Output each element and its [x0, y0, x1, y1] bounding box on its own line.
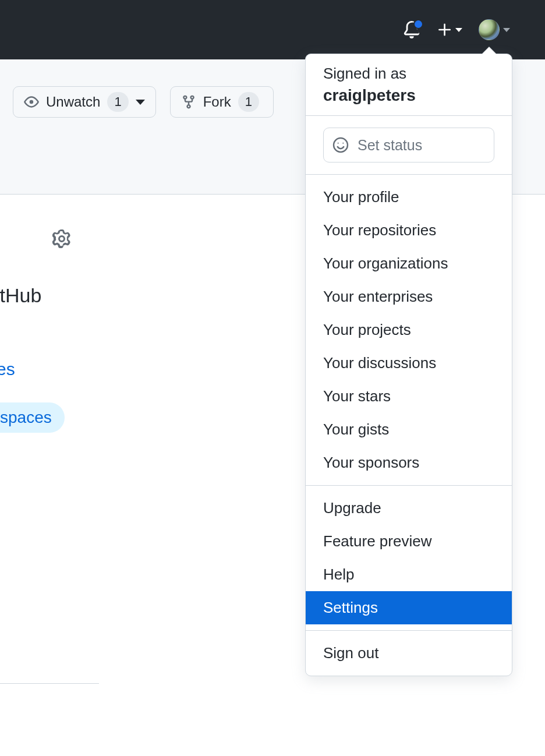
avatar [479, 19, 500, 40]
signed-in-username: craiglpeters [323, 86, 494, 105]
create-new-button[interactable] [437, 22, 462, 38]
menu-item-upgrade[interactable]: Upgrade [306, 492, 512, 525]
menu-item-settings[interactable]: Settings [306, 591, 512, 624]
unwatch-count: 1 [107, 92, 128, 112]
notifications-button[interactable] [403, 21, 420, 38]
menu-item-sponsors[interactable]: Your sponsors [306, 446, 512, 479]
unwatch-button[interactable]: Unwatch 1 [13, 86, 156, 118]
svg-point-0 [334, 138, 348, 152]
menu-item-help[interactable]: Help [306, 558, 512, 591]
menu-item-signout[interactable]: Sign out [306, 637, 512, 670]
fork-button[interactable]: Fork 1 [170, 86, 274, 118]
divider [0, 683, 99, 684]
menu-item-stars[interactable]: Your stars [306, 380, 512, 413]
menu-item-profile[interactable]: Your profile [306, 181, 512, 214]
menu-group: Sign out [306, 631, 512, 676]
caret-down-icon [136, 100, 145, 105]
set-status-placeholder: Set status [358, 137, 422, 154]
menu-item-repositories[interactable]: Your repositories [306, 214, 512, 247]
menu-item-gists[interactable]: Your gists [306, 413, 512, 446]
menu-group: UpgradeFeature previewHelpSettings [306, 486, 512, 630]
user-menu-button[interactable] [479, 19, 510, 40]
fork-label: Fork [203, 94, 231, 110]
unwatch-label: Unwatch [46, 94, 100, 110]
svg-point-2 [342, 143, 344, 144]
menu-item-projects[interactable]: Your projects [306, 313, 512, 347]
fork-count: 1 [238, 92, 259, 112]
fork-icon [181, 94, 196, 109]
smiley-icon [332, 136, 349, 154]
notification-indicator [413, 19, 423, 29]
menu-item-preview[interactable]: Feature preview [306, 525, 512, 558]
signed-in-header: Signed in as craiglpeters [306, 54, 512, 115]
global-header [0, 0, 545, 59]
user-dropdown-menu: Signed in as craiglpeters Set status You… [305, 54, 512, 676]
signed-in-label: Signed in as [323, 65, 494, 83]
menu-item-discussions[interactable]: Your discussions [306, 347, 512, 380]
plus-icon [437, 22, 453, 38]
menu-item-organizations[interactable]: Your organizations [306, 247, 512, 280]
menu-item-enterprises[interactable]: Your enterprises [306, 280, 512, 313]
eye-icon [24, 94, 39, 109]
set-status-button[interactable]: Set status [323, 128, 494, 162]
caret-down-icon [455, 28, 462, 32]
svg-point-1 [338, 143, 339, 144]
caret-down-icon [503, 28, 510, 32]
gear-icon[interactable] [52, 229, 71, 248]
menu-group: Your profileYour repositoriesYour organi… [306, 175, 512, 485]
codespaces-pill-fragment[interactable]: spaces [0, 402, 65, 433]
